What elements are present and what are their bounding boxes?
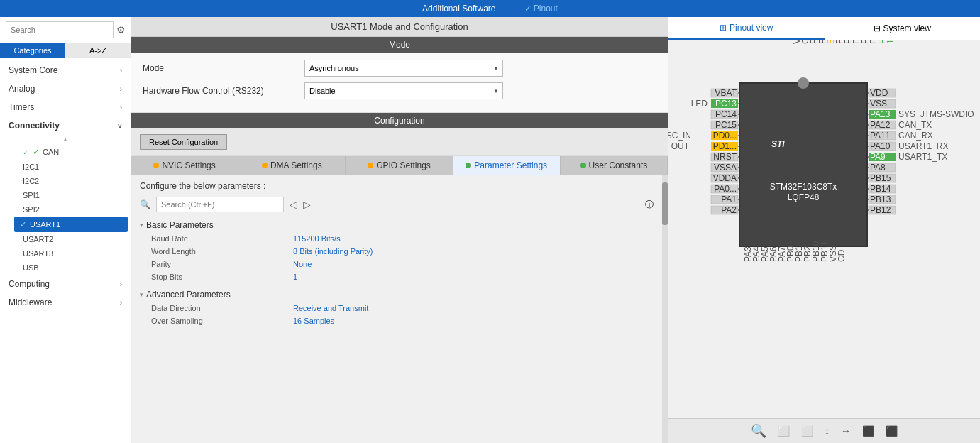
sidebar-item-i2c1[interactable]: I2C1 <box>14 160 131 174</box>
categories-tab[interactable]: Categories <box>0 43 65 58</box>
category-tabs: Categories A->Z <box>0 43 131 58</box>
params-search-input[interactable] <box>156 197 284 212</box>
sidebar-item-usart3[interactable]: USART3 <box>14 246 131 261</box>
sidebar-item-spi1[interactable]: SPI1 <box>14 188 131 202</box>
chip-name: STM32F103C8Tx <box>770 182 837 192</box>
sidebar-item-spi2[interactable]: SPI2 <box>14 202 131 217</box>
fit-icon[interactable]: ⬜ <box>778 425 790 437</box>
chip-package: LQFP48 <box>788 192 820 202</box>
advanced-params-group: ▾ Advanced Parameters Data Direction Rec… <box>140 288 654 327</box>
parity-value: None <box>293 260 312 268</box>
svg-text:PD1...: PD1... <box>713 141 737 151</box>
dma-settings-tab[interactable]: DMA Settings <box>238 156 346 175</box>
param-label: Parameter Settings <box>474 160 547 170</box>
stop-bits-row: Stop Bits 1 <box>140 270 654 283</box>
mode-row: Mode Asynchronous <box>143 60 656 77</box>
info-icon[interactable]: ⓘ <box>645 199 654 211</box>
parameter-settings-tab[interactable]: Parameter Settings <box>453 156 561 175</box>
mode-select[interactable]: Asynchronous <box>304 60 503 77</box>
user-constants-tab[interactable]: User Constants <box>561 156 668 175</box>
right-panel-tabs: ⊞ Pinout view ⊟ System view <box>668 17 980 40</box>
sidebar-header: ⚙ <box>0 17 131 43</box>
chip-logo: STI <box>771 139 785 149</box>
stop-bits-label: Stop Bits <box>151 273 293 281</box>
sidebar-section-system-core[interactable]: System Core › <box>0 61 131 80</box>
mode-label: Mode <box>143 63 299 73</box>
sidebar-section-timers[interactable]: Timers › <box>0 98 131 116</box>
svg-text:14: 14 <box>886 40 896 44</box>
az-tab[interactable]: A->Z <box>65 43 131 58</box>
sidebar-section-middleware[interactable]: Middleware › <box>0 293 131 312</box>
sidebar-section-analog[interactable]: Analog › <box>0 80 131 98</box>
hw-flow-select[interactable]: Disable <box>304 82 503 99</box>
pinout-view-label: Pinout view <box>730 23 773 33</box>
gpio-settings-tab[interactable]: GPIO Settings <box>346 156 453 175</box>
sidebar-section-computing[interactable]: Computing › <box>0 275 131 293</box>
system-view-icon: ⊟ <box>874 23 881 33</box>
config-toolbar: Reset Configuration <box>131 128 668 156</box>
sidebar-item-usb[interactable]: USB <box>14 261 131 275</box>
nvic-settings-tab[interactable]: NVIC Settings <box>131 156 238 175</box>
svg-text:VDDA: VDDA <box>713 173 737 183</box>
main-layout: ⚙ Categories A->Z System Core › Analog › <box>0 17 980 443</box>
expand-icon[interactable]: ⬜ <box>801 425 813 437</box>
stop-bits-value: 1 <box>293 273 297 281</box>
right-panel: ⊞ Pinout view ⊟ System view VSS CS PB8 P… <box>668 17 980 443</box>
search-params-icon: 🔍 <box>140 199 150 209</box>
svg-text:LED: LED <box>691 99 708 109</box>
chip-diagram-svg: VSS CS PB8 PB9 BOOT PB7 PB6 PB5 PB4 PB3 … <box>668 40 980 410</box>
svg-text:PC14: PC14 <box>715 109 737 119</box>
svg-text:PA1: PA1 <box>721 195 737 204</box>
sidebar-item-i2c2[interactable]: I2C2 <box>14 174 131 188</box>
svg-text:PB15: PB15 <box>870 173 891 183</box>
can-check-icon: ✓ <box>33 147 40 157</box>
svg-text:PA13: PA13 <box>870 109 891 119</box>
svg-text:PA2: PA2 <box>721 205 737 215</box>
pinout-view-tab[interactable]: ⊞ Pinout view <box>668 17 825 40</box>
advanced-params-header[interactable]: ▾ Advanced Parameters <box>140 288 654 302</box>
basic-params-header[interactable]: ▾ Basic Parameters <box>140 218 654 232</box>
sidebar-item-usart2[interactable]: USART2 <box>14 232 131 246</box>
settings-icon[interactable]: ⬛ <box>886 425 898 437</box>
svg-text:PA0...: PA0... <box>714 184 737 194</box>
next-search-icon[interactable]: ▷ <box>303 199 311 210</box>
svg-text:VBAT: VBAT <box>715 88 737 98</box>
svg-text:USART1_TX: USART1_TX <box>898 152 947 162</box>
horizontal-flip-icon[interactable]: ↔ <box>841 425 851 437</box>
gpio-dot <box>368 163 373 168</box>
params-scrollbar[interactable] <box>662 175 668 443</box>
svg-text:CD: CD <box>837 249 847 262</box>
chevron-icon: › <box>120 104 122 111</box>
system-view-tab[interactable]: ⊟ System view <box>825 17 981 40</box>
timers-label: Timers <box>9 102 34 112</box>
gear-icon[interactable]: ⚙ <box>116 24 126 35</box>
sidebar-section-connectivity[interactable]: Connectivity ∨ ▲ ✓ CAN I2C1 I2C2 SPI1 SP… <box>0 116 131 275</box>
svg-text:PB13: PB13 <box>870 195 891 204</box>
chevron-icon: › <box>120 280 122 288</box>
svg-text:USART1_RX: USART1_RX <box>898 141 948 151</box>
reset-config-button[interactable]: Reset Configuration <box>140 134 227 150</box>
sidebar-item-usart1[interactable]: ✓ USART1 <box>14 217 128 232</box>
nvic-dot <box>153 163 159 168</box>
svg-text:CAN_TX: CAN_TX <box>898 120 932 130</box>
params-description: Configure the below parameters : <box>140 181 654 191</box>
bottom-toolbar: 🔍 ⬜ ⬜ ↕ ↔ ⬛ ⬛ <box>668 418 980 443</box>
word-length-label: Word Length <box>151 247 293 256</box>
advanced-chevron-icon: ▾ <box>140 291 143 298</box>
export-icon[interactable]: ⬛ <box>862 425 874 437</box>
basic-params-label: Basic Parameters <box>146 220 214 230</box>
chip-area: VSS CS PB8 PB9 BOOT PB7 PB6 PB5 PB4 PB3 … <box>668 40 980 418</box>
zoom-icon[interactable]: 🔍 <box>751 423 766 439</box>
svg-text:PA12: PA12 <box>870 120 891 130</box>
svg-text:RCC_OSC_OUT: RCC_OSC_OUT <box>668 141 690 151</box>
svg-text:CAN_RX: CAN_RX <box>898 131 933 141</box>
sidebar-item-can[interactable]: ✓ CAN <box>14 144 131 160</box>
config-section-header: Configuration <box>131 113 668 128</box>
top-bar: Additional Software ✓ Pinout <box>0 0 980 17</box>
search-input[interactable] <box>6 21 114 38</box>
nvic-label: NVIC Settings <box>162 160 215 170</box>
pinout-view-icon: ⊞ <box>720 23 727 33</box>
vertical-flip-icon[interactable]: ↕ <box>825 425 830 437</box>
prev-search-icon[interactable]: ◁ <box>290 199 297 210</box>
sidebar-content: System Core › Analog › Timers › Connecti… <box>0 58 131 443</box>
